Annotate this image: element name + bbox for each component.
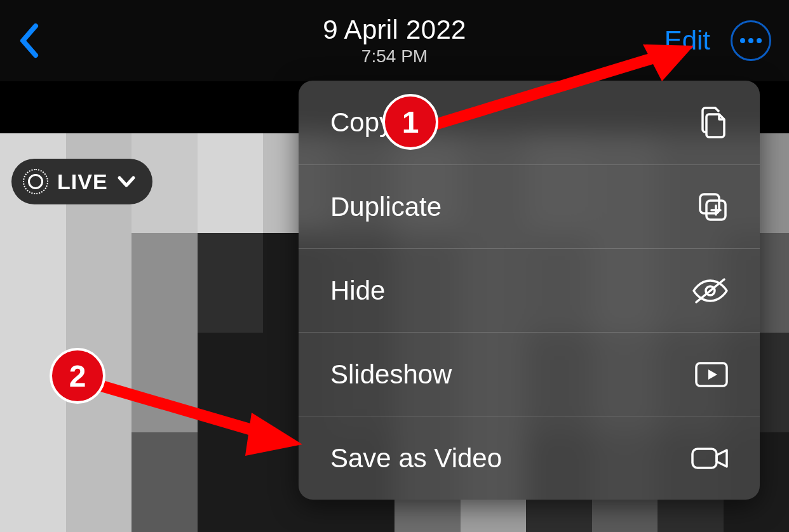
menu-item-duplicate[interactable]: Duplicate [299, 164, 760, 248]
context-menu: Copy Duplicate Hide [299, 81, 760, 500]
live-photo-badge[interactable]: LIVE [11, 159, 152, 204]
menu-item-copy[interactable]: Copy [299, 81, 760, 164]
slideshow-icon [694, 361, 729, 389]
svg-marker-10 [708, 369, 717, 380]
live-icon [23, 169, 48, 194]
more-button[interactable] [731, 20, 771, 61]
menu-item-hide[interactable]: Hide [299, 248, 760, 332]
back-button[interactable] [18, 22, 39, 59]
svg-point-0 [740, 38, 745, 43]
photo-date: 9 April 2022 [323, 15, 466, 45]
menu-item-label: Hide [330, 276, 385, 306]
menu-item-save-as-video[interactable]: Save as Video [299, 416, 760, 500]
annotation-step-2: 2 [50, 348, 105, 404]
chevron-left-icon [18, 22, 39, 59]
nav-title-block: 9 April 2022 7:54 PM [323, 15, 466, 67]
annotation-step-1: 1 [382, 94, 438, 150]
menu-item-slideshow[interactable]: Slideshow [299, 332, 760, 416]
menu-item-label: Duplicate [330, 192, 442, 222]
photo-time: 7:54 PM [323, 46, 466, 67]
copy-icon [699, 105, 729, 140]
live-label: LIVE [57, 170, 108, 194]
duplicate-icon [696, 190, 729, 223]
svg-point-2 [757, 38, 762, 43]
video-icon [690, 445, 729, 472]
menu-item-label: Save as Video [330, 443, 502, 474]
chevron-down-icon [117, 175, 136, 188]
hide-icon [691, 277, 729, 305]
ellipsis-icon [739, 37, 762, 44]
menu-item-label: Slideshow [330, 359, 452, 390]
nav-bar: 9 April 2022 7:54 PM Edit [0, 0, 789, 81]
svg-point-1 [748, 38, 753, 43]
edit-button[interactable]: Edit [664, 25, 710, 56]
svg-rect-11 [692, 449, 717, 468]
